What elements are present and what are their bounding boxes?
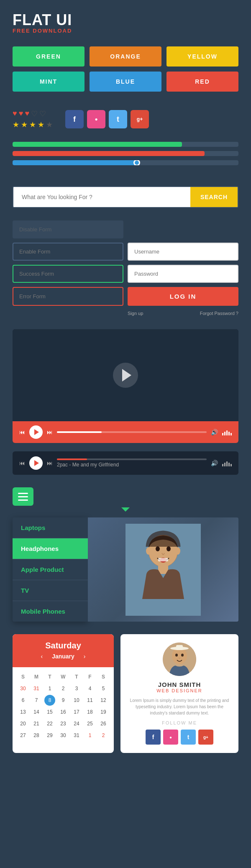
hamburger-button[interactable] [13, 487, 33, 506]
cal-day-2[interactable]: 2 [57, 683, 69, 694]
play-button-sm[interactable] [29, 425, 43, 439]
btn-orange[interactable]: ORANGE [90, 46, 161, 67]
heart-1[interactable]: ♥ [13, 109, 17, 118]
cal-day-27[interactable]: 27 [17, 730, 29, 741]
star-5[interactable]: ★ [46, 120, 53, 129]
cal-day-3[interactable]: 3 [70, 683, 83, 694]
social-google-btn[interactable]: g+ [131, 110, 149, 128]
menu-item-tv[interactable]: TV [13, 580, 88, 601]
btn-red[interactable]: RED [166, 72, 238, 92]
audio-vol-bar-1 [222, 464, 223, 466]
btn-mint[interactable]: MINT [13, 72, 85, 92]
audio-forward-button[interactable]: ⏭ [47, 460, 53, 466]
heart-2[interactable]: ♥ [19, 109, 23, 118]
cal-day-21[interactable]: 21 [30, 718, 43, 729]
progress-knob[interactable] [133, 160, 140, 165]
cal-day-16[interactable]: 16 [57, 707, 69, 717]
cal-day-30[interactable]: 30 [17, 683, 29, 694]
cal-day-1b[interactable]: 1 [84, 730, 96, 741]
cal-day-6[interactable]: 6 [17, 695, 29, 706]
profile-avatar [163, 643, 196, 676]
volume-icon[interactable]: 🔊 [211, 429, 218, 435]
star-4[interactable]: ★ [38, 120, 44, 129]
cal-day-17[interactable]: 17 [70, 707, 83, 717]
cal-day-5[interactable]: 5 [97, 683, 110, 694]
cal-day-4[interactable]: 4 [84, 683, 96, 694]
search-input[interactable] [13, 187, 190, 207]
btn-yellow[interactable]: YELLOW [166, 46, 238, 67]
cal-day-28[interactable]: 28 [30, 730, 43, 741]
cal-day-9[interactable]: 9 [57, 695, 69, 706]
cal-day-20[interactable]: 20 [17, 718, 29, 729]
menu-item-mobile[interactable]: Mobile Phones [13, 601, 88, 622]
calendar-prev-btn[interactable]: ‹ [38, 652, 45, 661]
profile-twitter-btn[interactable]: t [181, 730, 196, 745]
audio-rewind-button[interactable]: ⏮ [19, 460, 25, 466]
cal-day-2b[interactable]: 2 [97, 730, 110, 741]
video-progress-fill [57, 431, 102, 433]
cal-day-11[interactable]: 11 [84, 695, 96, 706]
menu-arrow [13, 506, 238, 513]
star-1[interactable]: ★ [13, 120, 19, 129]
audio-vol-bar-2 [224, 463, 225, 466]
cal-day-31b[interactable]: 31 [70, 730, 83, 741]
social-twitter-btn[interactable]: t [109, 110, 127, 128]
audio-volume-icon[interactable]: 🔊 [211, 460, 218, 466]
audio-play-button[interactable] [29, 456, 43, 470]
cal-day-13[interactable]: 13 [17, 707, 29, 717]
password-input[interactable] [128, 265, 238, 283]
cal-day-24[interactable]: 24 [70, 718, 83, 729]
search-button[interactable]: SEARCH [190, 187, 238, 207]
svg-point-7 [175, 547, 180, 555]
cal-day-23[interactable]: 23 [57, 718, 69, 729]
login-button[interactable]: LOG IN [128, 287, 238, 306]
cal-day-8-today[interactable]: 8 [44, 695, 55, 706]
cal-day-12[interactable]: 12 [97, 695, 110, 706]
forgot-password-link[interactable]: Forgot Password ? [200, 311, 238, 316]
ham-line-1 [18, 493, 28, 494]
profile-dribbble-btn[interactable]: ● [163, 730, 178, 745]
star-3[interactable]: ★ [29, 120, 36, 129]
audio-progress-bar[interactable] [57, 458, 207, 460]
rating-widget: ♥ ♥ ♥ ♡ ♡ ★ ★ ★ ★ ★ [13, 109, 53, 129]
profile-google-btn[interactable]: g+ [198, 730, 213, 745]
social-dribbble-btn[interactable]: ● [87, 110, 105, 128]
cal-day-14[interactable]: 14 [30, 707, 43, 717]
cal-day-26[interactable]: 26 [97, 718, 110, 729]
star-2[interactable]: ★ [21, 120, 28, 129]
cal-day-22[interactable]: 22 [44, 718, 56, 729]
menu-item-laptops[interactable]: Laptops [13, 517, 88, 538]
calendar-weekdays: S M T W T F S 30 31 1 2 3 4 5 6 7 8 9 [17, 671, 110, 741]
cal-day-31[interactable]: 31 [30, 683, 43, 694]
video-play-button[interactable] [113, 363, 138, 388]
calendar-next-btn[interactable]: › [81, 652, 88, 661]
heart-4[interactable]: ♡ [31, 109, 38, 118]
video-section: ⏮ ⏭ 🔊 [0, 325, 251, 447]
sign-up-link[interactable]: Sign up [128, 311, 143, 316]
enabled-form-input[interactable] [13, 243, 123, 261]
heart-5[interactable]: ♡ [39, 109, 46, 118]
heart-3[interactable]: ♥ [25, 109, 29, 118]
cal-day-30b[interactable]: 30 [57, 730, 69, 741]
cal-day-7[interactable]: 7 [30, 695, 43, 706]
btn-green[interactable]: GREEN [13, 46, 85, 67]
cal-day-19[interactable]: 19 [97, 707, 110, 717]
cal-day-10[interactable]: 10 [70, 695, 83, 706]
profile-fb-btn[interactable]: f [146, 730, 161, 745]
video-progress-track[interactable] [57, 431, 207, 433]
forward-button[interactable]: ⏭ [47, 429, 53, 435]
progress-fill-blue[interactable] [13, 160, 137, 165]
menu-item-headphones[interactable]: Headphones [13, 538, 88, 559]
cal-day-15[interactable]: 15 [44, 707, 56, 717]
error-form-input[interactable] [13, 287, 123, 306]
cal-day-29[interactable]: 29 [44, 730, 56, 741]
cal-day-25[interactable]: 25 [84, 718, 96, 729]
rewind-button[interactable]: ⏮ [19, 429, 25, 435]
cal-day-18[interactable]: 18 [84, 707, 96, 717]
menu-item-apple[interactable]: Apple Product [13, 559, 88, 580]
social-facebook-btn[interactable]: f [65, 110, 84, 128]
username-input[interactable] [128, 243, 238, 261]
btn-blue[interactable]: BLUE [90, 72, 161, 92]
cal-day-1[interactable]: 1 [44, 683, 56, 694]
success-form-input[interactable] [13, 265, 123, 283]
